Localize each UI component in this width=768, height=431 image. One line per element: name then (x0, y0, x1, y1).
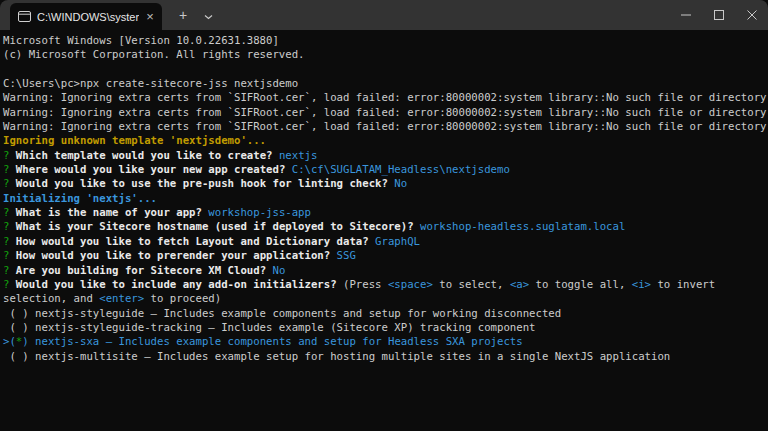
minimize-icon (681, 6, 691, 24)
terminal-line: >(*) nextjs-sxa – Includes example compo… (3, 335, 768, 349)
terminal-line (3, 63, 768, 77)
terminal-line: Warning: Ignoring extra certs from `SIFR… (3, 91, 768, 105)
terminal-line: ( ) nextjs-styleguide – Includes example… (3, 307, 768, 321)
terminal-line: Warning: Ignoring extra certs from `SIFR… (3, 106, 768, 120)
titlebar-drag-region (220, 0, 669, 30)
titlebar: C:\WINDOWS\system32\cmd. × + (0, 0, 768, 30)
terminal-line: C:\Users\pc>npx create-sitecore-jss next… (3, 77, 768, 91)
terminal-line: ( ) nextjs-multisite – Includes example … (3, 350, 768, 364)
tab-dropdown-button[interactable] (196, 0, 220, 30)
tab-cmd[interactable]: C:\WINDOWS\system32\cmd. × (10, 3, 162, 30)
terminal-line: (c) Microsoft Corporation. All rights re… (3, 48, 768, 62)
terminal-line: selection, and <enter> to proceed) (3, 292, 768, 306)
terminal-line: ? What is the name of your app? workshop… (3, 206, 768, 220)
tab-close-icon[interactable]: × (145, 10, 155, 24)
maximize-button[interactable] (702, 0, 735, 30)
terminal-line: ? Are you building for Sitecore XM Cloud… (3, 264, 768, 278)
terminal-line: Ignoring unknown template 'nextjsdemo'..… (3, 134, 768, 148)
terminal-line: ? Where would you like your new app crea… (3, 163, 768, 177)
terminal-output[interactable]: Microsoft Windows [Version 10.0.22631.38… (0, 30, 768, 431)
terminal-line: ( ) nextjs-styleguide-tracking – Include… (3, 321, 768, 335)
chevron-down-icon (204, 6, 213, 24)
tab-title: C:\WINDOWS\system32\cmd. (37, 11, 139, 23)
terminal-window: C:\WINDOWS\system32\cmd. × + (0, 0, 768, 431)
terminal-line: ? Would you like to use the pre-push hoo… (3, 177, 768, 191)
close-button[interactable] (735, 0, 768, 30)
terminal-line: Microsoft Windows [Version 10.0.22631.38… (3, 34, 768, 48)
cmd-window-icon (18, 11, 31, 22)
minimize-button[interactable] (669, 0, 702, 30)
window-controls (669, 0, 768, 30)
close-icon (747, 6, 757, 24)
terminal-line: ? What is your Sitecore hostname (used i… (3, 220, 768, 234)
new-tab-button[interactable]: + (170, 0, 196, 30)
terminal-line: ? Would you like to include any add-on i… (3, 278, 768, 292)
maximize-icon (714, 6, 724, 24)
terminal-line: ? How would you like to prerender your a… (3, 249, 768, 263)
terminal-line: ? Which template would you like to creat… (3, 149, 768, 163)
terminal-line: Initializing 'nextjs'... (3, 192, 768, 206)
terminal-line: ? How would you like to fetch Layout and… (3, 235, 768, 249)
terminal-line: Warning: Ignoring extra certs from `SIFR… (3, 120, 768, 134)
